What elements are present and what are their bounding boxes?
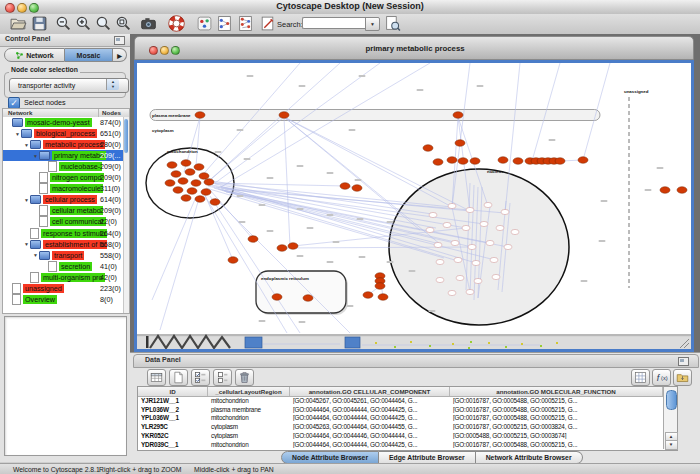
table-cell: cytoplasm [208, 423, 290, 430]
search-input[interactable] [302, 17, 367, 29]
network-view-window[interactable]: primary metabolic process plasma membran… [134, 36, 694, 352]
network-window-titlebar[interactable]: primary metabolic process [134, 36, 694, 60]
scroll-down-icon[interactable]: ▼ [665, 440, 678, 450]
delete-attribute-icon[interactable] [235, 369, 254, 386]
select-attributes-icon[interactable] [191, 369, 210, 386]
tree-row[interactable]: cell communicat22(0) [3, 216, 129, 227]
tree-row[interactable]: secretion41(0) [3, 261, 129, 272]
tree-row[interactable]: ▼primary metabo209(... [3, 150, 129, 161]
zoom-fit-icon[interactable] [95, 15, 112, 32]
tree-row-label[interactable]: nucleobase- [59, 162, 102, 171]
attribute-table-icon[interactable] [147, 369, 166, 386]
vizmapper-icon[interactable] [196, 15, 213, 32]
table-row[interactable]: YPL036W__2plasma membrane[GO:0044464, GO… [138, 405, 663, 414]
table-row[interactable]: YKR052Ccytoplasm[GO:0044464, GO:0044446,… [138, 431, 663, 440]
tree-row-label[interactable]: unassigned [23, 284, 64, 293]
tree-row-label[interactable]: Overview [23, 295, 57, 304]
column-header[interactable]: ID [138, 387, 208, 396]
tree-row-count: 209(0) [100, 162, 121, 171]
search-dropdown-icon[interactable]: ▼ [365, 17, 380, 31]
tree-row-label[interactable]: multi-organism pro [41, 273, 105, 282]
tree-row[interactable]: mosaic-demo-yeast874(0) [3, 117, 129, 128]
tree-row-count: 874(0) [100, 118, 121, 127]
folder-icon [39, 151, 50, 160]
tree-row[interactable]: response to stimulu264(0) [3, 228, 129, 239]
tree-row-label[interactable]: mosaic-demo-yeast [25, 118, 92, 127]
zoom-in-icon[interactable] [75, 15, 92, 32]
tree-row-label[interactable]: response to stimulu [41, 229, 107, 238]
tree-row[interactable]: ▼establishment of lo558(0) [3, 239, 129, 250]
tab-overflow-arrow[interactable]: ▶ [113, 48, 127, 62]
tree-row-label[interactable]: cellular metabo [50, 206, 103, 215]
tree-expand-icon[interactable]: ▼ [14, 131, 21, 137]
unselect-attributes-icon[interactable] [213, 369, 232, 386]
tree-expand-icon[interactable]: ▼ [23, 142, 30, 148]
tree-row[interactable]: nitrogen compo209(0) [3, 172, 129, 183]
tree-row[interactable]: nucleobase-209(0) [3, 161, 129, 172]
table-row[interactable]: YDR039C__1mitochondrion[GO:0044464, GO:0… [138, 440, 663, 449]
tree-row-label[interactable]: biological_process [34, 129, 97, 138]
layout-icon-2[interactable] [237, 15, 254, 32]
tree-row[interactable]: ▼cellular process614(0) [3, 194, 129, 205]
data-panel-header[interactable]: Data Panel [133, 354, 699, 368]
help-icon[interactable] [168, 15, 185, 32]
tree-row-label[interactable]: transport [52, 251, 84, 260]
birds-eye-view[interactable] [4, 316, 127, 456]
matrix-icon[interactable] [631, 369, 650, 386]
tree-row-count: 8(0) [100, 295, 113, 304]
tree-row[interactable]: unassigned223(0) [3, 283, 129, 294]
tree-row-label[interactable]: cell communicat [50, 217, 106, 226]
table-row[interactable]: YPL036W__1mitochondrion[GO:0044464, GO:0… [138, 414, 663, 423]
folder-icon [21, 129, 32, 138]
network-canvas[interactable]: plasma membranecytoplasmmitochondrionnuc… [137, 63, 691, 334]
table-cell: mitochondrion [208, 441, 290, 448]
table-row[interactable]: YJR121W__1mitochondrion[GO:0045267, GO:0… [138, 396, 663, 405]
tree-row-label[interactable]: cellular process [43, 195, 97, 204]
tree-row-label[interactable]: metabolic process [43, 140, 105, 149]
save-session-icon[interactable] [31, 15, 48, 32]
formula-builder-icon[interactable]: f(x) [652, 369, 671, 386]
tab-network[interactable]: Network [4, 48, 65, 62]
open-file-icon[interactable] [10, 15, 27, 32]
snapshot-icon[interactable] [140, 15, 157, 32]
advanced-search-icon[interactable] [384, 15, 401, 32]
table-scrollbar[interactable]: ▲ ▼ [663, 387, 677, 449]
tree-row[interactable]: macromolecule311(0) [3, 183, 129, 194]
float-data-panel-icon[interactable] [678, 357, 689, 366]
column-header[interactable]: annotation.GO MOLECULAR_FUNCTION [450, 387, 663, 396]
table-scrollbar-thumb[interactable] [666, 390, 677, 410]
column-divider[interactable] [98, 109, 99, 117]
tree-row-label[interactable]: nitrogen compo [50, 173, 104, 182]
tree-row-label[interactable]: macromolecule [50, 184, 103, 193]
import-folder-icon[interactable] [673, 369, 692, 386]
tree-row[interactable]: ▼transport558(0) [3, 250, 129, 261]
tab-mosaic[interactable]: Mosaic [65, 48, 113, 62]
tree-row-label[interactable]: secretion [59, 262, 92, 271]
tree-row[interactable]: multi-organism pro42(0) [3, 272, 129, 283]
tree-row-label[interactable]: primary metabo [52, 151, 106, 160]
new-attribute-icon[interactable] [169, 369, 188, 386]
table-cell: YJR121W__1 [138, 397, 208, 404]
dropdown-arrows-icon[interactable]: ▲▼ [106, 79, 119, 90]
tree-expand-icon[interactable]: ▼ [23, 197, 30, 203]
float-panel-icon[interactable] [114, 36, 125, 45]
tree-scrollbar[interactable] [123, 117, 129, 313]
column-header[interactable]: annotation.GO CELLULAR_COMPONENT [290, 387, 450, 396]
zoom-out-icon[interactable] [55, 15, 72, 32]
column-header[interactable]: _cellularLayoutRegion [208, 387, 290, 396]
tree-row[interactable]: cellular metabo209(0) [3, 205, 129, 216]
layout-icon-1[interactable] [216, 15, 233, 32]
annotation-icon[interactable] [259, 15, 276, 32]
tree-row[interactable]: ▼metabolic process280(0) [3, 139, 129, 150]
tree-expand-icon[interactable]: ▼ [32, 153, 39, 159]
table-cell: [GO:0044464, GO:0044444, GO:0044425, G..… [290, 406, 450, 413]
tree-row[interactable]: ▼biological_process651(0) [3, 128, 129, 139]
tree-row[interactable]: Overview8(0) [3, 294, 129, 305]
tree-expand-icon[interactable]: ▼ [23, 241, 30, 247]
table-row[interactable]: YLR295Ccytoplasm[GO:0045263, GO:0044464,… [138, 422, 663, 431]
zoom-selected-icon[interactable] [115, 15, 132, 32]
tab-network-label: Network [26, 52, 54, 59]
tree-expand-icon[interactable]: ▼ [32, 252, 39, 258]
tree-scrollbar-thumb[interactable] [124, 119, 128, 153]
tree-row-label[interactable]: establishment of lo [43, 240, 107, 249]
